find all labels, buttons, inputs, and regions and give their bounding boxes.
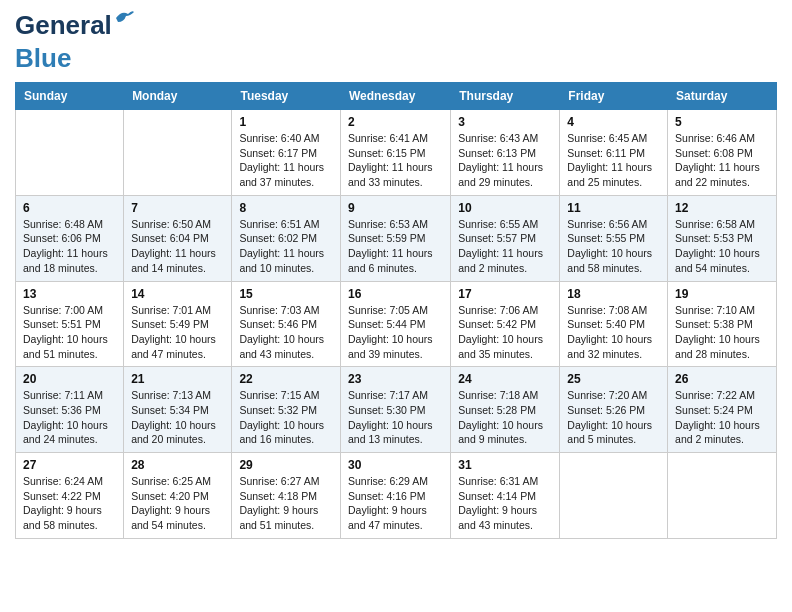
sunrise-label: Sunrise: 7:10 AM xyxy=(675,304,755,316)
day-number: 24 xyxy=(458,372,552,386)
day-info: Sunrise: 6:25 AMSunset: 4:20 PMDaylight:… xyxy=(131,474,224,533)
sunrise-label: Sunrise: 6:53 AM xyxy=(348,218,428,230)
day-info: Sunrise: 6:24 AMSunset: 4:22 PMDaylight:… xyxy=(23,474,116,533)
sunset-label: Sunset: 5:40 PM xyxy=(567,318,645,330)
daylight-label: Daylight: 10 hours and 20 minutes. xyxy=(131,419,216,446)
sunrise-label: Sunrise: 6:55 AM xyxy=(458,218,538,230)
calendar-cell: 11Sunrise: 6:56 AMSunset: 5:55 PMDayligh… xyxy=(560,195,668,281)
sunset-label: Sunset: 4:16 PM xyxy=(348,490,426,502)
sunset-label: Sunset: 5:51 PM xyxy=(23,318,101,330)
weekday-header-tuesday: Tuesday xyxy=(232,83,341,110)
day-info: Sunrise: 7:00 AMSunset: 5:51 PMDaylight:… xyxy=(23,303,116,362)
day-info: Sunrise: 7:17 AMSunset: 5:30 PMDaylight:… xyxy=(348,388,443,447)
day-number: 2 xyxy=(348,115,443,129)
sunset-label: Sunset: 5:44 PM xyxy=(348,318,426,330)
daylight-label: Daylight: 11 hours and 29 minutes. xyxy=(458,161,543,188)
day-info: Sunrise: 6:27 AMSunset: 4:18 PMDaylight:… xyxy=(239,474,333,533)
day-info: Sunrise: 7:01 AMSunset: 5:49 PMDaylight:… xyxy=(131,303,224,362)
day-info: Sunrise: 7:11 AMSunset: 5:36 PMDaylight:… xyxy=(23,388,116,447)
sunset-label: Sunset: 4:14 PM xyxy=(458,490,536,502)
calendar-cell: 1Sunrise: 6:40 AMSunset: 6:17 PMDaylight… xyxy=(232,110,341,196)
sunrise-label: Sunrise: 7:03 AM xyxy=(239,304,319,316)
weekday-header-sunday: Sunday xyxy=(16,83,124,110)
sunrise-label: Sunrise: 7:00 AM xyxy=(23,304,103,316)
weekday-header-saturday: Saturday xyxy=(668,83,777,110)
calendar-cell: 16Sunrise: 7:05 AMSunset: 5:44 PMDayligh… xyxy=(340,281,450,367)
day-number: 31 xyxy=(458,458,552,472)
day-number: 12 xyxy=(675,201,769,215)
sunrise-label: Sunrise: 6:27 AM xyxy=(239,475,319,487)
weekday-header-friday: Friday xyxy=(560,83,668,110)
day-info: Sunrise: 7:10 AMSunset: 5:38 PMDaylight:… xyxy=(675,303,769,362)
day-info: Sunrise: 6:55 AMSunset: 5:57 PMDaylight:… xyxy=(458,217,552,276)
page-header: General Blue xyxy=(15,10,777,74)
daylight-label: Daylight: 11 hours and 25 minutes. xyxy=(567,161,652,188)
calendar-week-row: 20Sunrise: 7:11 AMSunset: 5:36 PMDayligh… xyxy=(16,367,777,453)
daylight-label: Daylight: 11 hours and 37 minutes. xyxy=(239,161,324,188)
daylight-label: Daylight: 10 hours and 51 minutes. xyxy=(23,333,108,360)
daylight-label: Daylight: 10 hours and 58 minutes. xyxy=(567,247,652,274)
sunrise-label: Sunrise: 6:40 AM xyxy=(239,132,319,144)
calendar-cell: 15Sunrise: 7:03 AMSunset: 5:46 PMDayligh… xyxy=(232,281,341,367)
daylight-label: Daylight: 9 hours and 43 minutes. xyxy=(458,504,537,531)
calendar-cell: 30Sunrise: 6:29 AMSunset: 4:16 PMDayligh… xyxy=(340,453,450,539)
day-info: Sunrise: 7:18 AMSunset: 5:28 PMDaylight:… xyxy=(458,388,552,447)
daylight-label: Daylight: 11 hours and 2 minutes. xyxy=(458,247,543,274)
sunrise-label: Sunrise: 6:25 AM xyxy=(131,475,211,487)
calendar-cell: 22Sunrise: 7:15 AMSunset: 5:32 PMDayligh… xyxy=(232,367,341,453)
calendar-cell: 27Sunrise: 6:24 AMSunset: 4:22 PMDayligh… xyxy=(16,453,124,539)
day-info: Sunrise: 6:43 AMSunset: 6:13 PMDaylight:… xyxy=(458,131,552,190)
day-info: Sunrise: 6:50 AMSunset: 6:04 PMDaylight:… xyxy=(131,217,224,276)
calendar-cell: 29Sunrise: 6:27 AMSunset: 4:18 PMDayligh… xyxy=(232,453,341,539)
calendar-week-row: 27Sunrise: 6:24 AMSunset: 4:22 PMDayligh… xyxy=(16,453,777,539)
calendar-week-row: 13Sunrise: 7:00 AMSunset: 5:51 PMDayligh… xyxy=(16,281,777,367)
day-number: 14 xyxy=(131,287,224,301)
sunset-label: Sunset: 5:53 PM xyxy=(675,232,753,244)
sunset-label: Sunset: 5:38 PM xyxy=(675,318,753,330)
day-number: 13 xyxy=(23,287,116,301)
day-info: Sunrise: 6:58 AMSunset: 5:53 PMDaylight:… xyxy=(675,217,769,276)
day-number: 22 xyxy=(239,372,333,386)
sunset-label: Sunset: 6:15 PM xyxy=(348,147,426,159)
day-info: Sunrise: 6:41 AMSunset: 6:15 PMDaylight:… xyxy=(348,131,443,190)
daylight-label: Daylight: 10 hours and 2 minutes. xyxy=(675,419,760,446)
calendar-cell: 9Sunrise: 6:53 AMSunset: 5:59 PMDaylight… xyxy=(340,195,450,281)
sunrise-label: Sunrise: 6:50 AM xyxy=(131,218,211,230)
sunset-label: Sunset: 6:02 PM xyxy=(239,232,317,244)
sunset-label: Sunset: 6:08 PM xyxy=(675,147,753,159)
daylight-label: Daylight: 10 hours and 5 minutes. xyxy=(567,419,652,446)
day-info: Sunrise: 7:06 AMSunset: 5:42 PMDaylight:… xyxy=(458,303,552,362)
sunset-label: Sunset: 6:06 PM xyxy=(23,232,101,244)
sunrise-label: Sunrise: 6:41 AM xyxy=(348,132,428,144)
sunset-label: Sunset: 5:24 PM xyxy=(675,404,753,416)
sunrise-label: Sunrise: 7:13 AM xyxy=(131,389,211,401)
sunrise-label: Sunrise: 7:08 AM xyxy=(567,304,647,316)
logo-text: General xyxy=(15,10,112,40)
calendar-cell: 4Sunrise: 6:45 AMSunset: 6:11 PMDaylight… xyxy=(560,110,668,196)
calendar-cell: 8Sunrise: 6:51 AMSunset: 6:02 PMDaylight… xyxy=(232,195,341,281)
day-number: 3 xyxy=(458,115,552,129)
calendar-table: SundayMondayTuesdayWednesdayThursdayFrid… xyxy=(15,82,777,539)
sunset-label: Sunset: 5:42 PM xyxy=(458,318,536,330)
daylight-label: Daylight: 11 hours and 14 minutes. xyxy=(131,247,216,274)
day-number: 17 xyxy=(458,287,552,301)
day-info: Sunrise: 6:53 AMSunset: 5:59 PMDaylight:… xyxy=(348,217,443,276)
calendar-cell: 17Sunrise: 7:06 AMSunset: 5:42 PMDayligh… xyxy=(451,281,560,367)
daylight-label: Daylight: 10 hours and 28 minutes. xyxy=(675,333,760,360)
daylight-label: Daylight: 11 hours and 10 minutes. xyxy=(239,247,324,274)
calendar-cell: 7Sunrise: 6:50 AMSunset: 6:04 PMDaylight… xyxy=(124,195,232,281)
calendar-cell: 26Sunrise: 7:22 AMSunset: 5:24 PMDayligh… xyxy=(668,367,777,453)
sunrise-label: Sunrise: 6:51 AM xyxy=(239,218,319,230)
sunrise-label: Sunrise: 6:48 AM xyxy=(23,218,103,230)
calendar-cell: 3Sunrise: 6:43 AMSunset: 6:13 PMDaylight… xyxy=(451,110,560,196)
sunset-label: Sunset: 5:32 PM xyxy=(239,404,317,416)
day-number: 11 xyxy=(567,201,660,215)
day-info: Sunrise: 7:22 AMSunset: 5:24 PMDaylight:… xyxy=(675,388,769,447)
day-info: Sunrise: 6:56 AMSunset: 5:55 PMDaylight:… xyxy=(567,217,660,276)
daylight-label: Daylight: 10 hours and 16 minutes. xyxy=(239,419,324,446)
day-number: 20 xyxy=(23,372,116,386)
sunrise-label: Sunrise: 6:46 AM xyxy=(675,132,755,144)
daylight-label: Daylight: 9 hours and 47 minutes. xyxy=(348,504,427,531)
daylight-label: Daylight: 9 hours and 54 minutes. xyxy=(131,504,210,531)
sunset-label: Sunset: 5:34 PM xyxy=(131,404,209,416)
